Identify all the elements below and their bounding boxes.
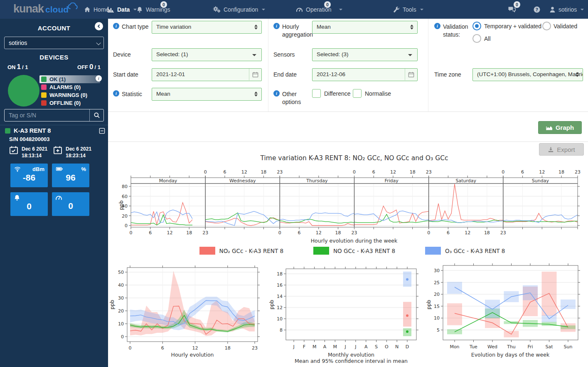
end-date-input[interactable]: 2021-12-06: [312, 68, 418, 81]
nav-item-operation[interactable]: Operation 0: [296, 0, 342, 19]
svg-text:Wednesday: Wednesday: [229, 178, 256, 184]
user-name: sotirios: [558, 6, 577, 13]
svg-text:12: 12: [277, 305, 283, 310]
alarms-swatch: [41, 84, 47, 90]
search-input[interactable]: [5, 112, 89, 119]
calendar-icon[interactable]: [249, 69, 261, 80]
svg-text:18: 18: [225, 345, 231, 351]
statistic-select[interactable]: Mean: [152, 88, 262, 101]
device-row[interactable]: K-A3 RENT 8: [5, 127, 51, 134]
divider: [108, 112, 588, 112]
svg-text:A: A: [323, 344, 327, 350]
svg-text:10: 10: [434, 315, 440, 321]
svg-text:40: 40: [118, 283, 124, 288]
svg-text:0: 0: [353, 169, 356, 175]
svg-text:Hourly evolution during the we: Hourly evolution during the week: [311, 238, 398, 244]
warnings-tile[interactable]: 0: [52, 192, 89, 216]
nav-item-home[interactable]: Home: [84, 0, 109, 19]
svg-text:12: 12: [465, 230, 470, 236]
device-dropdown[interactable]: Selected: (1): [152, 48, 262, 61]
no-swatch: [313, 247, 329, 255]
signal-tile[interactable]: dBm -86: [10, 164, 48, 187]
difference-checkbox[interactable]: [312, 89, 321, 98]
svg-text:Thu: Thu: [507, 344, 516, 350]
svg-text:N: N: [395, 344, 399, 350]
svg-text:12: 12: [167, 230, 172, 236]
svg-text:16: 16: [277, 283, 283, 288]
radio-validated[interactable]: [542, 22, 551, 30]
svg-text:25: 25: [434, 280, 440, 285]
legend-item-warnings[interactable]: WARNINGS (0): [39, 91, 100, 99]
chevron-down-icon: [96, 40, 101, 45]
search-button[interactable]: [89, 109, 103, 121]
radio-label[interactable]: All: [484, 35, 491, 42]
account-select[interactable]: sotirios: [4, 37, 104, 49]
svg-text:M: M: [333, 344, 337, 350]
nav-item-data[interactable]: Data: [107, 0, 137, 19]
checkbox-label[interactable]: Normalise: [365, 90, 391, 97]
svg-text:6: 6: [447, 230, 450, 236]
devices-title: DEVICES: [0, 54, 108, 61]
info-icon[interactable]: i: [113, 90, 119, 97]
svg-text:18: 18: [484, 230, 490, 236]
svg-text:Hourly evolution: Hourly evolution: [171, 352, 214, 358]
radio-all[interactable]: [472, 34, 481, 43]
normalise-checkbox[interactable]: [353, 89, 362, 98]
checkbox-label[interactable]: Difference: [324, 90, 351, 97]
app-logo[interactable]: kunak cloud: [13, 2, 79, 15]
legend-item-o3[interactable]: O₃ GCc - K-A3 RENT 8: [425, 247, 505, 255]
info-icon[interactable]: i: [273, 23, 280, 29]
on-count: ON1/ 1: [7, 63, 28, 71]
main-content: i Chart type Time variation i Hourly agg…: [108, 19, 588, 367]
legend-item-no2[interactable]: NO₂ GCc - K-A3 RENT 8: [199, 247, 283, 255]
legend-item-ok[interactable]: OK (1): [39, 75, 100, 83]
gauge-icon: [296, 6, 303, 12]
hourly-aggregation-select[interactable]: Mean: [312, 21, 418, 34]
start-date-label: Start date: [113, 71, 138, 79]
legend-item-no[interactable]: NO GCc - K-A3 RENT 8: [313, 247, 395, 255]
nav-item-warnings[interactable]: Warnings 0: [136, 0, 170, 19]
user-menu[interactable]: sotirios: [549, 0, 584, 19]
info-icon[interactable]: i: [113, 23, 119, 29]
chevron-down-icon: [420, 9, 423, 10]
info-icon[interactable]: i: [273, 90, 280, 97]
svg-text:30: 30: [118, 295, 124, 301]
messages-badge: 0: [514, 1, 520, 8]
bar-chart-icon: [107, 6, 114, 13]
device-status-donut[interactable]: [8, 75, 39, 107]
legend-item-alarms[interactable]: ALARMS (0): [39, 83, 100, 91]
collapse-device-button[interactable]: [99, 128, 105, 136]
svg-text:6: 6: [298, 230, 301, 236]
chart-type-select[interactable]: Time variation: [152, 21, 262, 34]
start-date-input[interactable]: 2021-12-01: [152, 68, 262, 81]
sensors-label: Sensors: [273, 51, 295, 59]
alarms-tile[interactable]: 0: [10, 192, 48, 216]
timezone-select[interactable]: (UTC+1:00) Brussels, Copenhagen, Madrid,…: [472, 68, 583, 81]
timezone-label: Time zone: [434, 71, 461, 79]
graph-button[interactable]: Graph: [538, 121, 582, 134]
legend-item-offline[interactable]: OFFLINE (0): [39, 99, 100, 107]
nav-item-configuration[interactable]: Configuration: [213, 0, 265, 19]
svg-text:23: 23: [277, 169, 283, 175]
radio-temporary-validated[interactable]: [472, 22, 481, 30]
messages-button[interactable]: 0: [508, 0, 516, 19]
svg-text:0: 0: [204, 169, 207, 175]
calendar-icon[interactable]: [405, 69, 417, 80]
svg-text:12: 12: [539, 169, 545, 175]
account-select-value: sotirios: [9, 40, 27, 46]
svg-text:ppb: ppb: [426, 300, 432, 310]
battery-tile[interactable]: % 96: [52, 164, 89, 187]
sensors-dropdown[interactable]: Selected: (3): [312, 48, 418, 61]
nav-item-tools[interactable]: Tools: [393, 0, 423, 19]
calendar-plus-icon: [53, 146, 62, 155]
help-button[interactable]: ?: [533, 0, 541, 19]
next-comm-date: Dec 6 2021: [66, 146, 91, 152]
logo-kunak-text: kunak: [13, 2, 44, 15]
svg-text:10: 10: [277, 316, 283, 322]
radio-label[interactable]: Temporary + validated: [484, 23, 541, 30]
svg-text:18: 18: [261, 169, 266, 175]
radio-label[interactable]: Validated: [554, 23, 577, 30]
info-icon[interactable]: i: [434, 23, 440, 29]
end-date-label: End date: [273, 71, 297, 79]
next-comm-time: 18:23:14: [66, 153, 86, 159]
